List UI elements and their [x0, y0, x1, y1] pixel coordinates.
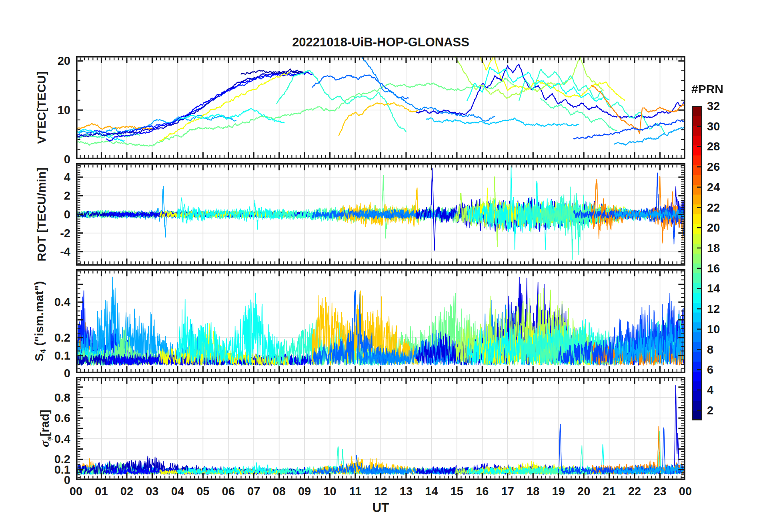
y-axis-label-part: S — [32, 353, 46, 361]
colorbar-tick-label: 10 — [707, 322, 743, 336]
figure-root: 20221018-UiB-HOP-GLONASS #PRN UT 01020VT… — [0, 0, 761, 532]
sigmaphi-panel-canvas — [76, 377, 685, 480]
y-axis-label-part: φ — [44, 436, 53, 441]
y-axis-label-part: ROT [TECU/min] — [35, 168, 48, 262]
plot-title: 20221018-UiB-HOP-GLONASS — [76, 35, 685, 50]
y-axis-label-part: ("ism.mat") — [32, 281, 46, 349]
y-axis-label-part: [rad] — [38, 410, 51, 436]
y-axis-label-sigmaphi: σφ[rad] — [38, 410, 52, 447]
vtec-panel-canvas — [76, 56, 685, 159]
y-axis-label-vtec: VTEC[TECU] — [35, 71, 48, 144]
colorbar-tick-label: 24 — [707, 180, 743, 194]
colorbar-canvas — [692, 106, 702, 420]
colorbar-tick-label: 4 — [707, 383, 743, 397]
colorbar-tick-label: 14 — [707, 281, 743, 296]
y-axis-label-part: VTEC[TECU] — [35, 71, 48, 144]
y-tick-label-sigmaphi: 0.2 — [16, 452, 70, 466]
y-tick-label-vtec: 0 — [16, 152, 70, 166]
x-tick-label: 00 — [667, 484, 704, 498]
colorbar-tick-label: 22 — [707, 200, 743, 215]
colorbar-tick-label: 18 — [707, 241, 743, 255]
y-tick-label-s4: 0 — [16, 366, 70, 380]
rot-panel-canvas — [76, 163, 685, 266]
y-axis-label-part: σ — [38, 441, 51, 447]
colorbar-tick-label: 16 — [707, 261, 743, 276]
y-tick-label-vtec: 20 — [16, 54, 70, 68]
y-axis-label-s4: S4 ("ism.mat") — [32, 281, 46, 362]
colorbar-tick-label: 6 — [707, 362, 743, 377]
colorbar-tick-label: 32 — [707, 99, 743, 113]
colorbar-tick-label: 12 — [707, 302, 743, 316]
colorbar-tick-label: 8 — [707, 342, 743, 357]
colorbar-tick-label: 26 — [707, 160, 743, 174]
s4-panel-canvas — [76, 269, 685, 373]
colorbar-tick-label: 2 — [707, 403, 743, 418]
y-axis-label-rot: ROT [TECU/min] — [35, 168, 48, 262]
colorbar-tick-label: 20 — [707, 220, 743, 235]
colorbar-tick-label: 30 — [707, 119, 743, 134]
x-axis-label: UT — [76, 501, 685, 515]
y-axis-label-part: 4 — [39, 349, 47, 353]
colorbar-title: #PRN — [683, 82, 731, 96]
colorbar-tick-label: 28 — [707, 139, 743, 154]
y-tick-label-sigmaphi: 0.8 — [16, 390, 70, 405]
